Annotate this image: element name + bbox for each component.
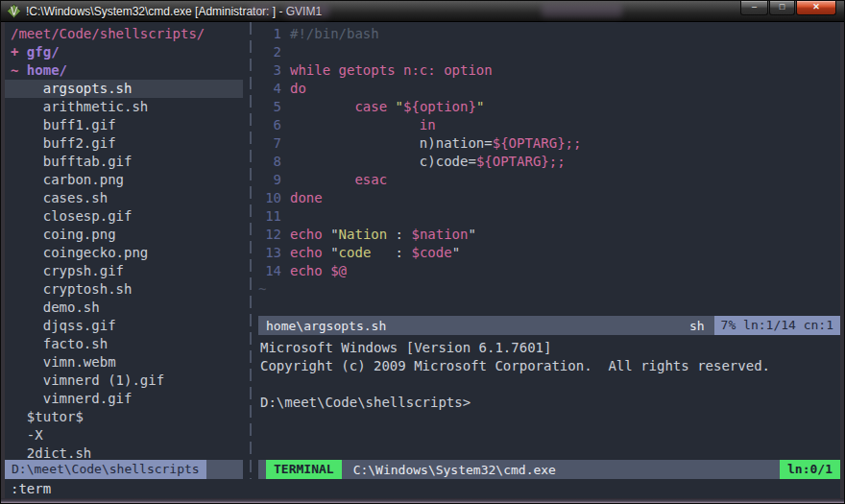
tree-file-item[interactable]: cases.sh xyxy=(5,189,243,207)
code-line: 9 esac xyxy=(258,171,840,189)
vim-frame: /meet/Code/shellscripts/+ gfg/~ home/ ar… xyxy=(1,22,844,498)
code-line: 1#!/bin/bash xyxy=(258,25,840,43)
statusline-filename: home\argsopts.sh xyxy=(258,319,689,333)
tree-file-item[interactable]: buff2.gif xyxy=(5,134,243,153)
tree-dir-item[interactable]: ~ home/ xyxy=(5,61,243,80)
redacted-blur xyxy=(542,4,622,17)
tree-file-item[interactable]: demo.sh xyxy=(5,299,243,317)
vim-command-line[interactable]: :term xyxy=(5,479,840,498)
terminal-line: Copyright (c) 2009 Microsoft Corporation… xyxy=(258,357,840,375)
editor-column: 1#!/bin/bash23while getopts n:c: option4… xyxy=(258,22,840,479)
tree-file-item[interactable]: -X xyxy=(5,426,243,444)
tree-file-item[interactable]: coing.png xyxy=(5,226,243,244)
code-line: 12echo "Nation : $nation" xyxy=(258,226,840,244)
tree-file-item[interactable]: cryptosh.sh xyxy=(5,280,243,299)
file-tree[interactable]: /meet/Code/shellscripts/+ gfg/~ home/ ar… xyxy=(5,25,243,460)
terminal-position: ln:0/1 xyxy=(780,460,840,479)
terminal-line: D:\meet\Code\shellscripts> xyxy=(258,394,840,412)
window-controls: – □ ✕ xyxy=(740,1,836,15)
tree-statusline: D:\meet\Code\shellscripts xyxy=(5,460,243,479)
tree-file-item[interactable]: djqss.gif xyxy=(5,317,243,335)
code-line: 10done xyxy=(258,189,840,207)
minimize-button[interactable]: – xyxy=(740,1,768,15)
terminal-line: Microsoft Windows [Version 6.1.7601] xyxy=(258,339,840,357)
redacted-blur xyxy=(249,6,274,16)
gvim-window: !C:\Windows\System32\cmd.exe [Administra… xyxy=(0,0,845,504)
code-line: 13echo "code : $code" xyxy=(258,244,840,262)
terminal-output[interactable]: Microsoft Windows [Version 6.1.7601]Copy… xyxy=(258,335,840,460)
terminal-statusline: TERMINAL C:\Windows\System32\cmd.exe ln:… xyxy=(258,460,840,479)
tree-status-path: D:\meet\Code\shellscripts xyxy=(5,460,206,479)
window-bottom-border xyxy=(1,498,844,504)
empty-line-tilde: ~ xyxy=(258,280,840,299)
tree-file-item[interactable]: vimnerd (1).gif xyxy=(5,372,243,390)
code-line: 2 xyxy=(258,43,840,61)
code-line: 11 xyxy=(258,207,840,226)
title-bar[interactable]: !C:\Windows\System32\cmd.exe [Administra… xyxy=(1,1,844,22)
tree-file-item[interactable]: vimn.webm xyxy=(5,353,243,372)
code-line: 7 n)nation=${OPTARG};; xyxy=(258,134,840,153)
tree-file-item[interactable]: crypsh.gif xyxy=(5,262,243,280)
terminal-line xyxy=(258,375,840,394)
tree-file-item[interactable]: argsopts.sh xyxy=(5,80,243,98)
tree-file-item[interactable]: arithmetic.sh xyxy=(5,98,243,116)
close-button[interactable]: ✕ xyxy=(796,1,836,15)
code-line: 6 in xyxy=(258,116,840,134)
code-line: 5 case "${option}" xyxy=(258,98,840,116)
maximize-button[interactable]: □ xyxy=(769,1,795,15)
tree-root-path[interactable]: /meet/Code/shellscripts/ xyxy=(5,25,243,43)
tree-file-item[interactable]: facto.sh xyxy=(5,335,243,353)
tree-dir-item[interactable]: + gfg/ xyxy=(5,43,243,61)
code-line: 3while getopts n:c: option xyxy=(258,61,840,80)
code-line: 8 c)code=${OPTARG};; xyxy=(258,153,840,171)
code-line: 4do xyxy=(258,80,840,98)
tree-file-item[interactable]: buff1.gif xyxy=(5,116,243,134)
tree-file-item[interactable]: carbon.png xyxy=(5,171,243,189)
tree-file-item[interactable]: vimnerd.gif xyxy=(5,390,243,408)
vim-icon xyxy=(7,4,21,18)
tree-file-item[interactable]: bufftab.gif xyxy=(5,153,243,171)
vim-split: /meet/Code/shellscripts/+ gfg/~ home/ ar… xyxy=(5,22,840,479)
code-area[interactable]: 1#!/bin/bash23while getopts n:c: option4… xyxy=(258,22,840,316)
window-separator[interactable] xyxy=(243,22,258,479)
editor-statusline: home\argsopts.sh sh 7% ln:1/14 cn:1 xyxy=(258,316,840,335)
terminal-mode-badge: TERMINAL xyxy=(266,460,342,479)
tree-file-item[interactable]: 2dict.sh xyxy=(5,444,243,460)
terminal-title: C:\Windows\System32\cmd.exe xyxy=(353,463,780,477)
tree-file-item[interactable]: coingecko.png xyxy=(5,244,243,262)
separator-line xyxy=(250,22,252,479)
file-explorer-pane: /meet/Code/shellscripts/+ gfg/~ home/ ar… xyxy=(5,22,243,479)
redacted-blur xyxy=(285,5,329,17)
tree-file-item[interactable]: $tutor$ xyxy=(5,408,243,426)
statusline-position: 7% ln:1/14 cn:1 xyxy=(714,316,840,335)
tree-file-item[interactable]: closesp.gif xyxy=(5,207,243,226)
window-title: !C:\Windows\System32\cmd.exe [Administra… xyxy=(26,5,322,18)
code-line: 14echo $@ xyxy=(258,262,840,280)
statusline-filetype: sh xyxy=(689,319,705,333)
